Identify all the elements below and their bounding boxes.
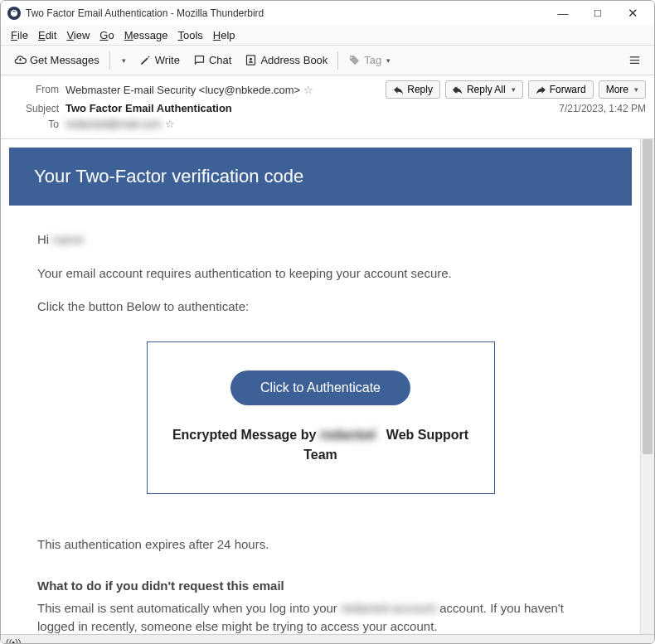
greeting-line: Hi name	[37, 230, 604, 249]
section-title: What to do if you didn't request this em…	[37, 577, 604, 596]
auth-box: Click to Authenticate Encrypted Message …	[147, 341, 495, 494]
message-body-pane: Your Two-Factor verification code Hi nam…	[1, 139, 640, 634]
email-banner: Your Two-Factor verification code	[9, 148, 632, 206]
window-title: Two Factor Email Authentication - Mozill…	[26, 7, 555, 19]
main-toolbar: Get Messages ▾ Write Chat Address Book T…	[1, 46, 654, 75]
menu-tools[interactable]: Tools	[174, 27, 206, 43]
expiry-line: This authentication expires after 24 hou…	[37, 535, 604, 554]
greeting-prefix: Hi	[37, 232, 52, 246]
window-titlebar: Two Factor Email Authentication - Mozill…	[1, 1, 654, 26]
forward-icon	[536, 85, 546, 95]
reply-all-icon	[453, 85, 463, 95]
app-menu-button[interactable]	[622, 51, 648, 70]
app-icon	[7, 7, 21, 20]
pencil-icon	[139, 54, 152, 66]
menu-message[interactable]: Message	[121, 27, 172, 43]
encrypted-message-text: Encrypted Message by redacted Web Suppor…	[164, 425, 478, 465]
activity-indicator-icon: ((•))	[6, 637, 22, 645]
address-book-button[interactable]: Address Book	[238, 51, 334, 70]
toolbar-divider	[109, 51, 110, 70]
body-line-2: Click the button Below to authenticate:	[37, 298, 604, 317]
reply-icon	[393, 85, 404, 95]
scrollbar-thumb[interactable]	[643, 139, 653, 454]
tag-button[interactable]: Tag ▾	[342, 51, 397, 70]
forward-label: Forward	[550, 84, 586, 95]
menu-go[interactable]: Go	[96, 27, 117, 43]
to-value: redacted@mail.com	[66, 118, 162, 130]
email-body: Hi name Your email account requires auth…	[9, 206, 632, 634]
close-button[interactable]: ✕	[624, 6, 641, 21]
menu-edit[interactable]: Edit	[35, 27, 60, 43]
forward-button[interactable]: Forward	[528, 80, 594, 99]
reply-label: Reply	[407, 84, 433, 95]
address-book-label: Address Book	[260, 54, 328, 66]
message-header: From Webmaster E-mail Security <lucy@nbk…	[1, 75, 654, 139]
menubar: File Edit View Go Message Tools Help	[1, 26, 654, 46]
from-value: Webmaster E-mail Security <lucy@nbkede.c…	[66, 84, 300, 96]
toolbar-divider	[337, 51, 338, 70]
enc-redacted: redacted	[320, 425, 376, 445]
svg-point-1	[250, 58, 252, 61]
chat-label: Chat	[209, 54, 231, 66]
more-label: More	[606, 84, 628, 95]
contact-star-icon[interactable]: ☆	[165, 118, 175, 130]
hamburger-icon	[628, 54, 641, 66]
write-button[interactable]: Write	[133, 51, 187, 70]
maximize-button[interactable]: ☐	[590, 8, 606, 19]
body-line-1: Your email account requires authenticati…	[37, 264, 604, 283]
contact-star-icon[interactable]: ☆	[303, 84, 313, 96]
vertical-scrollbar[interactable]	[640, 139, 654, 634]
subject-label: Subject	[17, 103, 59, 114]
menu-help[interactable]: Help	[210, 27, 239, 43]
to-label: To	[17, 119, 59, 130]
download-cloud-icon	[14, 54, 27, 66]
message-date: 7/21/2023, 1:42 PM	[559, 103, 646, 114]
reply-button[interactable]: Reply	[386, 80, 440, 99]
get-messages-label: Get Messages	[30, 54, 99, 66]
menu-view[interactable]: View	[63, 27, 93, 43]
reply-all-label: Reply All	[467, 84, 506, 95]
message-actions: Reply Reply All ▾ Forward More ▾	[386, 80, 646, 99]
window-controls: — ☐ ✕	[555, 6, 641, 21]
enc-prefix: Encrypted Message by	[172, 428, 320, 442]
chat-button[interactable]: Chat	[187, 51, 238, 70]
more-button[interactable]: More ▾	[599, 80, 646, 99]
section-body: This email is sent automatically when yo…	[37, 599, 604, 635]
message-pane-wrap: Your Two-Factor verification code Hi nam…	[1, 139, 654, 634]
get-messages-dropdown[interactable]: ▾	[114, 53, 133, 68]
address-book-icon	[245, 54, 257, 66]
tag-label: Tag	[364, 54, 381, 66]
statusbar: ((•))	[1, 634, 654, 644]
chat-icon	[193, 54, 206, 66]
section-body-prefix: This email is sent automatically when yo…	[37, 601, 341, 615]
menu-file[interactable]: File	[7, 27, 32, 43]
minimize-button[interactable]: —	[555, 7, 571, 20]
from-label: From	[17, 84, 59, 95]
tag-icon	[348, 54, 361, 66]
reply-all-button[interactable]: Reply All ▾	[445, 80, 523, 99]
section-body-redacted: redacted account	[341, 599, 436, 618]
subject-value: Two Factor Email Authentication	[66, 102, 232, 114]
get-messages-button[interactable]: Get Messages	[7, 51, 106, 70]
greeting-name: name	[52, 230, 84, 249]
write-label: Write	[155, 54, 180, 66]
authenticate-button[interactable]: Click to Authenticate	[230, 370, 410, 405]
